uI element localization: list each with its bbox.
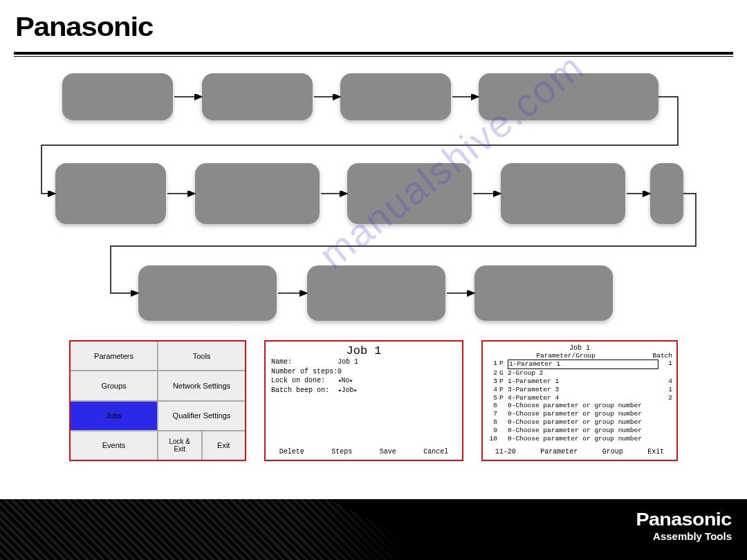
exit-button[interactable]: Exit	[203, 431, 246, 460]
field-label: Lock on done:	[271, 376, 338, 386]
job-field[interactable]: Name: Job 1	[271, 357, 456, 367]
job-field[interactable]: Lock on done: ◂No▸	[271, 376, 456, 386]
step-row[interactable]: 3P1-Parameter 14	[487, 377, 672, 386]
softkey-steps[interactable]: Steps	[331, 448, 352, 456]
batch-header: Batch	[645, 352, 672, 360]
softkey-11-20[interactable]: 11-20	[495, 448, 516, 456]
field-label: Name:	[271, 357, 338, 367]
menu-item-groups[interactable]: Groups	[71, 371, 157, 400]
menu-item-tools[interactable]: Tools	[158, 342, 245, 370]
field-label: Number of steps:	[271, 367, 338, 377]
job-field[interactable]: Batch beep on: ◂Job▸	[271, 386, 456, 395]
menu-panel: ParametersToolsGroupsNetwork SettingsJob…	[69, 340, 246, 461]
step-row[interactable]: 90-Choose parameter or group number	[487, 427, 672, 435]
step-row[interactable]: 2G2-Group 2	[487, 369, 672, 377]
step-row[interactable]: 1P1-Parameter 11	[487, 360, 672, 369]
softkey-delete[interactable]: Delete	[279, 448, 304, 456]
job-form-panel: Job 1 Name: Job 1Number of steps:0Lock o…	[264, 340, 463, 461]
step-row[interactable]: 70-Choose parameter or group number	[487, 410, 672, 418]
menu-item-events[interactable]: Events	[71, 431, 157, 460]
divider	[14, 52, 733, 55]
step-row[interactable]: 60-Choose parameter or group number	[487, 402, 672, 410]
field-value[interactable]: 0	[338, 367, 342, 377]
flowchart	[0, 69, 747, 332]
job-field[interactable]: Number of steps:0	[271, 367, 456, 377]
field-value[interactable]: Job 1	[338, 357, 358, 367]
softkey-cancel[interactable]: Cancel	[423, 448, 448, 456]
step-row[interactable]: 4P3-Parameter 31	[487, 386, 672, 394]
softkey-group[interactable]: Group	[602, 448, 623, 456]
divider	[14, 56, 733, 57]
field-value[interactable]: ◂Job▸	[338, 386, 358, 395]
step-row[interactable]: 100-Choose parameter or group number	[487, 435, 672, 443]
footer-brand-logo: Panasonic	[636, 509, 732, 530]
lock-exit-button[interactable]: Lock & Exit	[158, 431, 201, 460]
job-steps-panel: Job 1 Parameter/Group Batch 1P1-Paramete…	[481, 340, 678, 461]
param-title: Job 1	[487, 344, 672, 352]
param-group-header: Parameter/Group	[487, 352, 645, 360]
menu-item-network-settings[interactable]: Network Settings	[158, 371, 245, 400]
menu-item-parameters[interactable]: Parameters	[71, 342, 157, 370]
menu-item-jobs[interactable]: Jobs	[71, 402, 157, 430]
field-value[interactable]: ◂No▸	[338, 376, 353, 386]
footer: Panasonic Assembly Tools	[0, 499, 747, 560]
step-row[interactable]: 80-Choose parameter or group number	[487, 418, 672, 427]
menu-item-qualifier-settings[interactable]: Qualifier Settings	[158, 402, 245, 430]
flow-arrows	[0, 69, 747, 332]
job-title: Job 1	[271, 344, 456, 357]
footer-subtitle: Assembly Tools	[645, 530, 732, 542]
brand-logo: Panasonic	[15, 12, 747, 42]
softkey-parameter[interactable]: Parameter	[540, 448, 578, 456]
softkey-save[interactable]: Save	[380, 448, 396, 456]
step-row[interactable]: 5P4-Parameter 42	[487, 394, 672, 402]
menu-exit-group: Lock & ExitExit	[158, 431, 245, 460]
softkey-exit[interactable]: Exit	[647, 448, 664, 456]
field-label: Batch beep on:	[271, 386, 338, 395]
